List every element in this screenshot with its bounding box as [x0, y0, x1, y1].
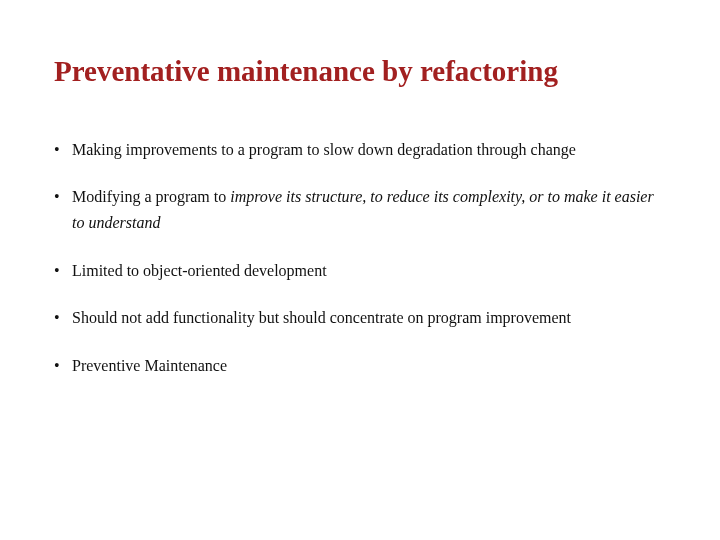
list-item: Modifying a program to improve its struc… — [54, 184, 666, 235]
slide-title: Preventative maintenance by refactoring — [54, 54, 666, 89]
slide: Preventative maintenance by refactoring … — [0, 0, 720, 540]
bullet-list: Making improvements to a program to slow… — [54, 137, 666, 379]
list-item: Making improvements to a program to slow… — [54, 137, 666, 163]
bullet-text: Preventive Maintenance — [72, 357, 227, 374]
bullet-text: Should not add functionality but should … — [72, 309, 571, 326]
bullet-text: Modifying a program to — [72, 188, 230, 205]
list-item: Limited to object-oriented development — [54, 258, 666, 284]
bullet-text: Making improvements to a program to slow… — [72, 141, 576, 158]
list-item: Preventive Maintenance — [54, 353, 666, 379]
bullet-text: Limited to object-oriented development — [72, 262, 327, 279]
list-item: Should not add functionality but should … — [54, 305, 666, 331]
